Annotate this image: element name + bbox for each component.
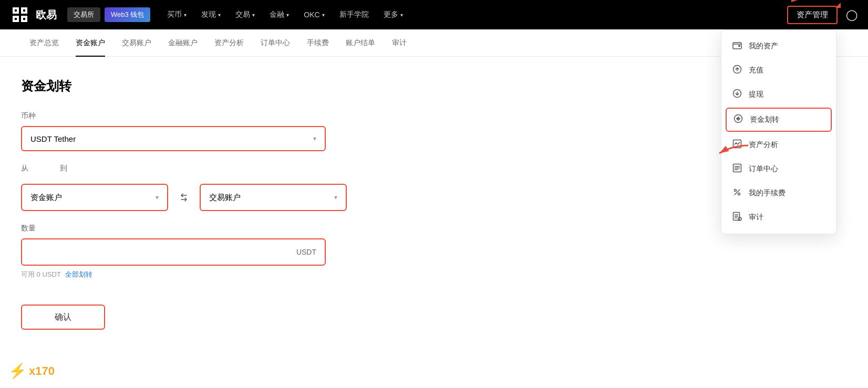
available-text: 可用 0 USDT <box>21 270 61 279</box>
logo-text: 欧易 <box>36 8 57 22</box>
user-icon[interactable]: ◯ <box>846 8 857 21</box>
dropdown-label-fee: 我的手续费 <box>749 188 786 198</box>
sub-nav-finance-account[interactable]: 金融账户 <box>160 29 206 57</box>
from-to-section: 从 到 资金账户 ▾ 交易账户 ▾ <box>21 164 452 211</box>
nav-item-academy[interactable]: 新手学院 <box>333 6 375 24</box>
chevron-down-icon: ▾ <box>334 194 337 201</box>
swap-icon[interactable] <box>174 188 193 207</box>
dropdown-item-my-assets[interactable]: 我的资产 <box>721 34 836 58</box>
from-label: 从 <box>21 164 28 173</box>
sub-nav-order-center[interactable]: 订单中心 <box>252 29 298 57</box>
sub-nav-asset-analysis[interactable]: 资产分析 <box>206 29 252 57</box>
main-content: 资金划转 币种 USDT Tether ▾ 从 到 资金账户 ▾ <box>0 57 473 351</box>
dropdown-label-transfer: 资金划转 <box>750 115 779 124</box>
amount-label: 数量 <box>21 224 452 233</box>
dropdown-item-fee[interactable]: 我的手续费 <box>721 181 836 205</box>
currency-section: 币种 USDT Tether ▾ <box>21 111 452 151</box>
logo-icon <box>11 5 29 24</box>
chevron-down-icon: ▾ <box>322 12 325 18</box>
available-row: 可用 0 USDT 全部划转 <box>21 270 452 279</box>
svg-rect-5 <box>15 9 17 12</box>
recharge-icon <box>732 65 742 76</box>
sub-nav-trade-account[interactable]: 交易账户 <box>113 29 160 57</box>
svg-point-18 <box>735 190 737 192</box>
nav-item-more[interactable]: 更多 ▾ <box>377 6 409 24</box>
chevron-down-icon: ▾ <box>156 194 159 201</box>
sub-nav-overview[interactable]: 资产总览 <box>21 29 67 57</box>
fee-icon <box>732 187 742 199</box>
page-title: 资金划转 <box>21 78 452 95</box>
chevron-down-icon: ▾ <box>184 12 187 18</box>
nav-item-buy[interactable]: 买币 ▾ <box>161 6 193 24</box>
svg-point-19 <box>738 193 740 195</box>
nav-items: 买币 ▾ 发现 ▾ 交易 ▾ 金融 ▾ OKC ▾ 新手学院 更多 ▾ <box>161 6 787 24</box>
header-right: 资产管理 ◯ <box>787 6 857 24</box>
confirm-button[interactable]: 确认 <box>21 305 105 330</box>
to-label: 到 <box>60 164 67 173</box>
from-to-row: 资金账户 ▾ 交易账户 ▾ <box>21 184 452 211</box>
audit-icon <box>732 212 742 223</box>
withdraw-icon <box>732 89 742 100</box>
nav-item-discover[interactable]: 发现 ▾ <box>195 6 227 24</box>
dropdown-label-orders: 订单中心 <box>749 164 778 174</box>
dropdown-item-audit[interactable]: 审计 <box>721 205 836 229</box>
amount-section: 数量 USDT 可用 0 USDT 全部划转 <box>21 224 452 279</box>
chevron-down-icon: ▾ <box>252 12 255 18</box>
orders-icon <box>732 163 742 175</box>
dropdown-label-audit: 审计 <box>749 213 763 222</box>
dropdown-item-withdraw[interactable]: 提现 <box>721 82 836 107</box>
to-account-select[interactable]: 交易账户 ▾ <box>200 184 347 211</box>
sub-nav-audit[interactable]: 审计 <box>384 29 415 57</box>
dropdown-label-withdraw: 提现 <box>749 90 763 99</box>
sub-nav-fee[interactable]: 手续费 <box>298 29 337 57</box>
chevron-down-icon: ▾ <box>400 12 403 18</box>
web3-button[interactable]: Web3 钱包 <box>105 7 150 22</box>
currency-select[interactable]: USDT Tether ▾ <box>21 126 326 151</box>
sub-nav-fund-account[interactable]: 资金账户 <box>67 29 113 57</box>
amount-unit: USDT <box>296 248 316 256</box>
chevron-down-icon: ▾ <box>218 12 221 18</box>
transfer-all-link[interactable]: 全部划转 <box>65 270 92 279</box>
watermark-text: x170 <box>29 364 55 378</box>
nav-item-okc[interactable]: OKC ▾ <box>297 6 330 23</box>
header: 欧易 交易所 Web3 钱包 买币 ▾ 发现 ▾ 交易 ▾ 金融 ▾ OKC ▾… <box>0 0 868 29</box>
chevron-down-icon: ▾ <box>286 12 289 18</box>
wallet-icon <box>732 40 742 52</box>
nav-item-trade[interactable]: 交易 ▾ <box>229 6 261 24</box>
dropdown-label-recharge: 充值 <box>749 66 763 75</box>
red-arrow-menu <box>717 143 748 161</box>
dropdown-item-recharge[interactable]: 充值 <box>721 58 836 82</box>
logo-area: 欧易 <box>11 5 57 24</box>
amount-input-wrap: USDT <box>21 238 326 266</box>
transfer-icon <box>733 114 743 125</box>
dropdown-label-my-assets: 我的资产 <box>749 41 778 51</box>
chevron-down-icon: ▾ <box>313 135 316 142</box>
svg-rect-8 <box>23 18 25 20</box>
from-account-value: 资金账户 <box>30 193 62 203</box>
to-account-value: 交易账户 <box>209 193 241 203</box>
watermark-icon: ⚡ <box>8 362 27 380</box>
svg-rect-7 <box>15 18 17 20</box>
dropdown-label-analysis: 资产分析 <box>749 140 778 150</box>
currency-value: USDT Tether <box>30 134 76 143</box>
svg-rect-12 <box>738 45 740 47</box>
exchange-button[interactable]: 交易所 <box>67 7 100 22</box>
nav-item-finance[interactable]: 金融 ▾ <box>263 6 295 24</box>
svg-rect-6 <box>23 9 25 12</box>
asset-manage-button[interactable]: 资产管理 <box>787 6 838 24</box>
dropdown-menu: 我的资产 充值 提现 资金划转 <box>721 29 836 234</box>
currency-label: 币种 <box>21 111 452 121</box>
sub-nav-statement[interactable]: 账户结单 <box>337 29 384 57</box>
dropdown-item-transfer[interactable]: 资金划转 <box>726 108 832 132</box>
amount-input[interactable] <box>30 248 296 257</box>
watermark: ⚡ x170 <box>8 362 55 380</box>
from-account-select[interactable]: 资金账户 ▾ <box>21 184 168 211</box>
